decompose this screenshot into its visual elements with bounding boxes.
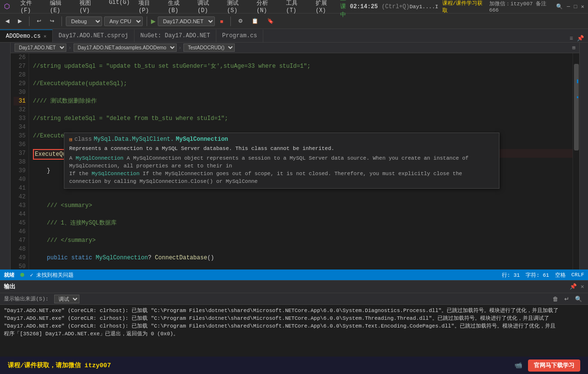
session-timer: 02:14:25 xyxy=(350,3,378,10)
undo-button[interactable]: ↩ xyxy=(33,16,45,26)
scrollbar-thumb[interactable] xyxy=(574,64,579,150)
sidebar-resource-manager[interactable]: 资源管理器 xyxy=(1,45,10,48)
menu-debug[interactable]: 调试(D) xyxy=(194,0,222,15)
shortcut-hint: (Ctrl+Q) xyxy=(382,3,410,10)
tab-nuget[interactable]: NuGet: Day17.ADO.NET xyxy=(135,30,216,42)
output-line-1: "Day17.ADO.NET.exe" (CoreCLR: clrhost): … xyxy=(4,307,584,314)
class-dropdown[interactable]: Day17.ADO.NET.adosamples.ADODemo xyxy=(74,44,177,52)
output-find-button[interactable]: 🔍 xyxy=(573,295,584,303)
play-button[interactable]: ▶ xyxy=(151,16,156,26)
session-label: 上课中 xyxy=(340,0,346,19)
promo-text: 课程/课件获取，请加微信 itzy007 xyxy=(8,361,111,370)
toolbar-separator-3 xyxy=(147,16,147,26)
output-line-4: 程序「[35268] Day17.ADO.NET.exe」已退出，返回值为 0 … xyxy=(4,330,584,338)
intellisense-class-name: MySql.Data.MySqlClient. xyxy=(94,136,174,143)
promo-video-icon: 📹 xyxy=(514,361,522,369)
promo-download-button[interactable]: 官网马下载学习 xyxy=(528,359,580,372)
forward-button[interactable]: ▶ xyxy=(15,16,25,26)
code-area: 26 27 28 29 30 31 32 33 34 35 36 37 38 3… xyxy=(11,53,579,269)
menu-tools[interactable]: 工具(T) xyxy=(282,0,311,15)
editor-nav-bar: Day17.ADO.NET › Day17.ADO.NET.adosamples… xyxy=(11,43,579,53)
toolbar-btn-misc3[interactable]: 🔖 xyxy=(264,16,277,26)
promo-label: 课程/课件学习获取 xyxy=(442,0,485,14)
close-button[interactable]: ✕ xyxy=(581,3,584,10)
cpu-dropdown[interactable]: Any CPU x64 x86 xyxy=(104,16,143,26)
title-bar-center: 上课中 02:14:25 (Ctrl+Q) xyxy=(340,0,409,19)
toolbar-separator-4 xyxy=(230,16,231,26)
promo-sub: 加微信：itzy007 备注666 xyxy=(489,0,552,13)
toolbar-btn-misc2[interactable]: 📋 xyxy=(248,16,262,26)
tab-nuget-label: NuGet: Day17.ADO.NET xyxy=(140,32,210,39)
title-bar: ⬡ 文件(F) 编辑(E) 视图(V) Git(G) 项目(P) 生成(B) 调… xyxy=(0,0,588,14)
pin-button[interactable]: 📌 xyxy=(577,35,584,42)
scroll-marker-2 xyxy=(577,96,578,98)
tab-csproj[interactable]: Day17.ADO.NET.csproj xyxy=(53,30,135,42)
status-dot-icon xyxy=(20,273,24,277)
tab-adodemo[interactable]: ADODemo.cs ✕ xyxy=(0,30,53,42)
tabs-bar: ADODemo.cs ✕ Day17.ADO.NET.csproj NuGet:… xyxy=(0,29,588,43)
nav-separator: › xyxy=(68,45,72,51)
menu-git[interactable]: Git(G) xyxy=(105,0,134,15)
status-issues[interactable]: ✓ 未找到相关问题 xyxy=(30,271,74,279)
stop-button[interactable]: ■ xyxy=(217,17,227,26)
tab-program[interactable]: Program.cs xyxy=(216,30,263,42)
menu-edit[interactable]: 编辑(E) xyxy=(46,0,75,15)
output-clear-button[interactable]: 🗑 xyxy=(551,295,560,303)
menu-build[interactable]: 生成(B) xyxy=(164,0,193,15)
expand-icon[interactable]: ⊞ xyxy=(572,45,575,51)
class-icon: ⊞ xyxy=(69,136,73,143)
output-tabs: 输出 📌 ✕ xyxy=(0,281,588,293)
promo-banner: 课程/课件获取，请加微信 itzy007 📹 官网马下载学习 xyxy=(0,357,588,374)
intellisense-class-path: class xyxy=(75,136,92,143)
toolbar-btn-misc1[interactable]: ⚙ xyxy=(235,16,246,26)
editor-container: Day17.ADO.NET › Day17.ADO.NET.adosamples… xyxy=(11,43,579,269)
back-button[interactable]: ◀ xyxy=(2,16,13,26)
output-word-wrap-button[interactable]: ↵ xyxy=(562,295,571,303)
status-spaces: 空格 xyxy=(555,271,566,279)
output-panel-close[interactable]: ✕ xyxy=(581,283,584,290)
day-label: Day1....I xyxy=(409,4,438,10)
right-sidebar: 搜索 工具箱 xyxy=(579,43,588,269)
vs-logo: ⬡ xyxy=(4,2,10,11)
output-panel-pin[interactable]: 📌 xyxy=(570,283,577,290)
config-dropdown[interactable]: Debug Release xyxy=(66,16,102,26)
tab-csproj-label: Day17.ADO.NET.csproj xyxy=(59,32,128,39)
minimize-button[interactable]: ─ xyxy=(567,4,570,10)
namespace-dropdown[interactable]: Day17.ADO.NET xyxy=(15,44,66,52)
left-sidebar: 资源管理器 xyxy=(0,43,11,269)
menu-bar: 文件(F) 编辑(E) 视图(V) Git(G) 项目(P) 生成(B) 调试(… xyxy=(16,0,340,15)
menu-analyze[interactable]: 分析(N) xyxy=(253,0,281,15)
intellisense-popup: ⊞ class MySql.Data.MySqlClient.MySqlConn… xyxy=(64,133,499,189)
intellisense-desc2: A MySqlConnection A MySqlConnection obje… xyxy=(69,154,494,170)
intellisense-desc1: Represents a connection to a MySQL Serve… xyxy=(69,145,494,152)
title-bar-left: ⬡ 文件(F) 编辑(E) 视图(V) Git(G) 项目(P) 生成(B) 调… xyxy=(4,0,340,15)
output-content: "Day17.ADO.NET.exe" (CoreCLR: clrhost): … xyxy=(0,305,588,358)
redo-button[interactable]: ↪ xyxy=(46,16,58,26)
menu-view[interactable]: 视图(V) xyxy=(75,0,104,15)
maximize-button[interactable]: □ xyxy=(574,4,577,10)
menu-file[interactable]: 文件(F) xyxy=(16,0,45,15)
output-line-2: "Day17.ADO.NET.exe" (CoreCLR: clrhost): … xyxy=(4,314,584,322)
scrollbar-track[interactable] xyxy=(573,53,579,269)
intellisense-desc3: If the MySqlConnection If the MySqlConne… xyxy=(69,170,494,185)
project-dropdown[interactable]: Day17.ADO.NET xyxy=(158,16,215,26)
output-panel: 输出 📌 ✕ 显示输出来源(S): 调试 🗑 ↵ 🔍 "Day17.ADO.NE… xyxy=(0,280,588,362)
new-tab-button[interactable]: ≡ xyxy=(568,35,575,42)
menu-extensions[interactable]: 扩展(X) xyxy=(312,0,340,15)
toolbar-separator-1 xyxy=(29,16,30,26)
tab-program-label: Program.cs xyxy=(222,32,257,39)
source-dropdown[interactable]: 调试 xyxy=(54,295,79,303)
status-ready: 就绪 xyxy=(4,271,15,279)
intellisense-title: ⊞ class MySql.Data.MySqlClient.MySqlConn… xyxy=(69,136,494,143)
method-dropdown[interactable]: TestADOCRUD() xyxy=(183,44,235,52)
title-bar-right: Day1....I 课程/课件学习获取 加微信：itzy007 备注666 🔍 … xyxy=(409,0,584,14)
output-toolbar: 显示输出来源(S): 调试 🗑 ↵ 🔍 xyxy=(0,293,588,305)
output-panel-title: 输出 xyxy=(4,283,15,291)
search-icon[interactable]: 🔍 xyxy=(556,3,563,10)
menu-project[interactable]: 项目(P) xyxy=(135,0,163,15)
toolbar-separator-2 xyxy=(61,16,62,26)
menu-test[interactable]: 测试(S) xyxy=(223,0,252,15)
tab-adodemo-close[interactable]: ✕ xyxy=(44,33,46,39)
status-encoding: CRLF xyxy=(572,272,584,278)
source-label: 显示输出来源(S): xyxy=(4,295,48,302)
